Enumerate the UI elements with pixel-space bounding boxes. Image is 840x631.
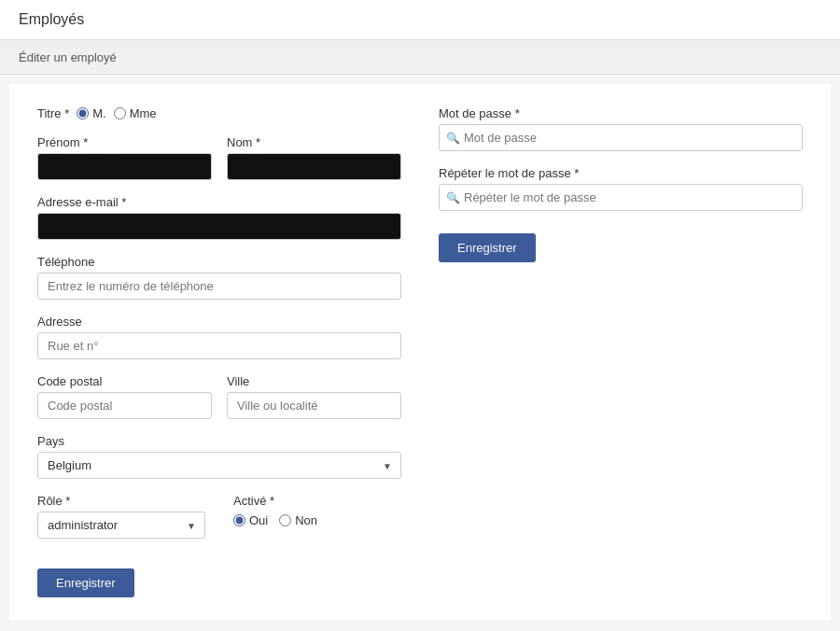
nom-group: Nom * (227, 135, 401, 180)
prenom-label: Prénom * (37, 135, 212, 149)
titre-m-radio[interactable] (77, 107, 89, 119)
adresse-input[interactable] (37, 332, 401, 359)
titre-m-label[interactable]: M. (77, 106, 105, 120)
active-oui-radio[interactable] (233, 514, 245, 526)
role-select-wrapper: administrator manager employee (37, 512, 205, 539)
active-oui-label[interactable]: Oui (233, 513, 268, 527)
ville-group: Ville (227, 374, 401, 419)
ville-label: Ville (227, 374, 401, 388)
form-left: Titre * M. Mme Prénom * Nom * (37, 106, 401, 597)
enregistrer-group: Enregistrer (439, 226, 803, 262)
role-select[interactable]: administrator manager employee (37, 512, 205, 539)
repeat-password-input-wrapper: 🔍 (439, 184, 803, 211)
active-label: Activé * (233, 494, 401, 508)
role-label: Rôle * (37, 494, 205, 508)
active-non-radio[interactable] (279, 514, 291, 526)
password-label: Mot de passe * (439, 106, 803, 120)
enregistrer-button[interactable]: Enregistrer (439, 233, 536, 262)
repeat-password-input[interactable] (439, 184, 803, 211)
adresse-label: Adresse (37, 315, 401, 329)
page-header: Employés (0, 0, 840, 40)
adresse-group: Adresse (37, 315, 401, 359)
codepostal-group: Code postal (37, 374, 212, 419)
pays-select-wrapper: Belgium France Luxembourg Netherlands (37, 452, 401, 479)
codepostal-ville-row: Code postal Ville (37, 374, 401, 434)
subheader: Éditer un employé (0, 40, 840, 75)
password-search-icon: 🔍 (446, 132, 460, 145)
form-right: Mot de passe * 🔍 Répéter le mot de passe… (439, 106, 803, 597)
codepostal-label: Code postal (37, 374, 212, 388)
nom-label: Nom * (227, 135, 401, 149)
content-area: Titre * M. Mme Prénom * Nom * (9, 84, 831, 620)
titre-label: Titre * (37, 106, 69, 120)
password-input[interactable] (439, 124, 803, 151)
nom-input[interactable] (227, 153, 401, 180)
pays-select[interactable]: Belgium France Luxembourg Netherlands (37, 452, 401, 479)
ville-input[interactable] (227, 392, 401, 419)
telephone-input[interactable] (37, 273, 401, 300)
active-non-label[interactable]: Non (279, 513, 317, 527)
codepostal-input[interactable] (37, 392, 212, 419)
titre-group: Titre * M. Mme (37, 106, 401, 120)
email-input[interactable] (37, 213, 401, 240)
repeat-password-group: Répéter le mot de passe * 🔍 (439, 166, 803, 211)
prenom-group: Prénom * (37, 135, 212, 180)
titre-mme-label[interactable]: Mme (114, 106, 157, 120)
prenom-nom-row: Prénom * Nom * (37, 135, 401, 195)
email-group: Adresse e-mail * (37, 195, 401, 240)
pays-label: Pays (37, 434, 401, 448)
role-group: Rôle * administrator manager employee (37, 494, 205, 539)
active-radio-group: Oui Non (233, 513, 401, 527)
password-input-wrapper: 🔍 (439, 124, 803, 151)
active-group: Activé * Oui Non (233, 494, 401, 527)
enregistrer2-button[interactable]: Enregistrer (37, 568, 134, 597)
repeat-password-label: Répéter le mot de passe * (439, 166, 803, 180)
prenom-input[interactable] (37, 153, 212, 180)
titre-mme-radio[interactable] (114, 107, 126, 119)
role-active-row: Rôle * administrator manager employee Ac… (37, 494, 401, 554)
pays-group: Pays Belgium France Luxembourg Netherlan… (37, 434, 401, 479)
telephone-label: Téléphone (37, 255, 401, 269)
breadcrumb: Éditer un employé (19, 50, 117, 64)
password-group: Mot de passe * 🔍 (439, 106, 803, 151)
telephone-group: Téléphone (37, 255, 401, 300)
page-title: Employés (19, 11, 84, 27)
repeat-password-search-icon: 🔍 (446, 191, 460, 204)
enregistrer2-group: Enregistrer (37, 561, 401, 597)
email-label: Adresse e-mail * (37, 195, 401, 209)
